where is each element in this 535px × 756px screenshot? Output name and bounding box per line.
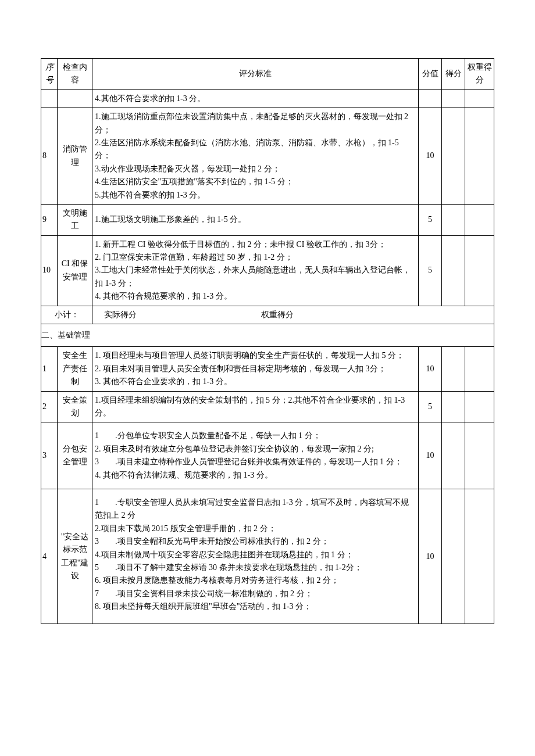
cell-criteria: 1.项目经理未组织编制有效的安全策划书的，扣 5 分；2.其他不符合企业要求的，… [92,391,419,422]
cell-item [58,89,92,108]
subtotal-content: 实际得分 权重得分 [92,306,494,324]
inspection-table: 序号 检查内容 评分标准 分值 得分 权重得分 4.其他不符合要求的扣 1-3 … [41,58,494,624]
cell-got [442,489,465,624]
table-row: 4 "安全达标示范工程"建设 1 .专职安全管理人员从未填写过安全监督日志扣 1… [41,489,494,624]
cell-item: "安全达标示范工程"建设 [58,489,92,624]
cell-seq [41,89,58,108]
header-weight: 权重得分 [465,59,494,90]
section-header-row: 二、基础管理 [41,324,494,347]
subtotal-actual: 实际得分 [104,309,137,321]
cell-item: 安全生产责任制 [58,347,92,391]
cell-weight [465,89,494,108]
cell-got [442,204,465,235]
table-row: 4.其他不符合要求的扣 1-3 分。 [41,89,494,108]
cell-criteria: 1. 项目经理未与项目管理人员签订职责明确的安全生产责任状的，每发现一人扣 5 … [92,347,419,391]
cell-criteria: 4.其他不符合要求的扣 1-3 分。 [92,89,419,108]
cell-criteria: 1.施工现场文明施工形象差的，扣 1-5 分。 [92,204,419,235]
cell-item: 消防管理 [58,108,92,205]
header-seq: 序号 [41,59,58,90]
cell-seq: 4 [41,489,58,624]
cell-weight [465,204,494,235]
section-title: 二、基础管理 [41,324,494,347]
header-got: 得分 [442,59,465,90]
cell-score: 10 [419,489,442,624]
cell-weight [465,108,494,205]
cell-weight [465,235,494,306]
cell-got [442,108,465,205]
cell-got [442,391,465,422]
cell-criteria: 1 .分包单位专职安全人员数量配备不足，每缺一人扣 1 分； 2. 项目未及时有… [92,422,419,489]
cell-seq: 9 [41,204,58,235]
header-criteria: 评分标准 [92,59,419,90]
cell-got [442,235,465,306]
subtotal-row: 小计： 实际得分 权重得分 [41,306,494,324]
cell-score [419,89,442,108]
cell-score: 10 [419,108,442,205]
table-row: 10 CI 和保安管理 1. 新开工程 CI 验收得分低于目标值的，扣 2 分；… [41,235,494,306]
cell-score: 10 [419,347,442,391]
table-row: 3 分包安全管理 1 .分包单位专职安全人员数量配备不足，每缺一人扣 1 分； … [41,422,494,489]
cell-got [442,422,465,489]
cell-weight [465,422,494,489]
cell-score: 10 [419,422,442,489]
table-header-row: 序号 检查内容 评分标准 分值 得分 权重得分 [41,59,494,90]
cell-criteria: 1.施工现场消防重点部位未设置消防集中点，未配备足够的灭火器材的，每发现一处扣 … [92,108,419,205]
cell-item: 安全策划 [58,391,92,422]
header-item: 检查内容 [58,59,92,90]
header-score: 分值 [419,59,442,90]
cell-seq: 8 [41,108,58,205]
cell-item: 分包安全管理 [58,422,92,489]
cell-score: 5 [419,235,442,306]
cell-item: CI 和保安管理 [58,235,92,306]
table-row: 1 安全生产责任制 1. 项目经理未与项目管理人员签订职责明确的安全生产责任状的… [41,347,494,391]
subtotal-weight: 权重得分 [261,309,294,321]
cell-weight [465,391,494,422]
cell-seq: 1 [41,347,58,391]
table-row: 8 消防管理 1.施工现场消防重点部位未设置消防集中点，未配备足够的灭火器材的，… [41,108,494,205]
cell-item: 文明施工 [58,204,92,235]
cell-got [442,347,465,391]
cell-score: 5 [419,391,442,422]
cell-seq: 10 [41,235,58,306]
cell-weight [465,347,494,391]
table-row: 2 安全策划 1.项目经理未组织编制有效的安全策划书的，扣 5 分；2.其他不符… [41,391,494,422]
cell-got [442,89,465,108]
cell-score: 5 [419,204,442,235]
cell-criteria: 1. 新开工程 CI 验收得分低于目标值的，扣 2 分；未申报 CI 验收工作的… [92,235,419,306]
cell-criteria: 1 .专职安全管理人员从未填写过安全监督日志扣 1-3 分，填写不及时，内容填写… [92,489,419,624]
cell-seq: 3 [41,422,58,489]
subtotal-label: 小计： [41,306,92,324]
cell-seq: 2 [41,391,58,422]
table-row: 9 文明施工 1.施工现场文明施工形象差的，扣 1-5 分。 5 [41,204,494,235]
cell-weight [465,489,494,624]
